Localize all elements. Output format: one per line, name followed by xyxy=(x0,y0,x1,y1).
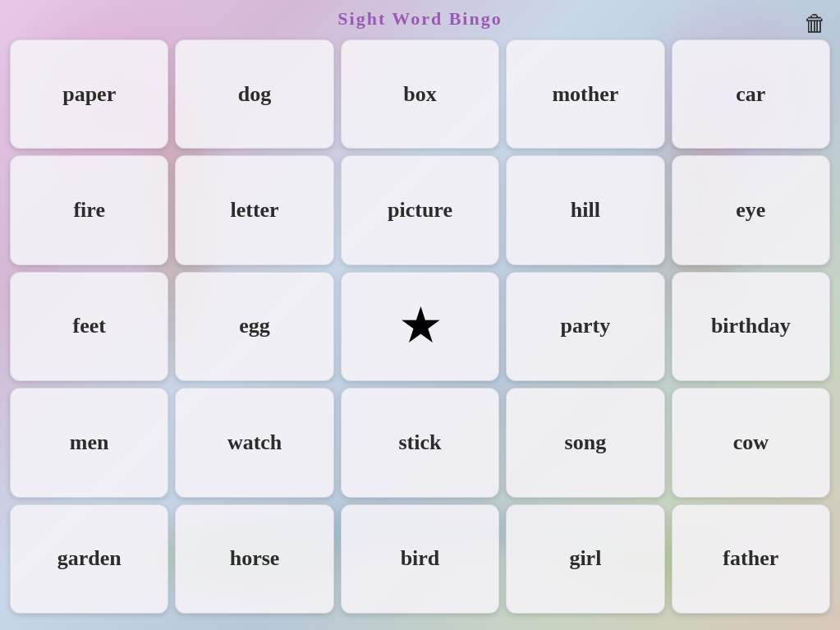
bingo-card-r1c1[interactable]: letter xyxy=(175,155,333,264)
bingo-card-r3c3[interactable]: song xyxy=(506,388,664,497)
bingo-card-r1c0[interactable]: fire xyxy=(10,155,168,264)
bingo-card-r1c2[interactable]: picture xyxy=(341,155,499,264)
bingo-card-r4c4[interactable]: father xyxy=(672,504,830,614)
bingo-card-r3c4[interactable]: cow xyxy=(672,388,830,497)
bingo-card-r4c1[interactable]: horse xyxy=(175,504,333,614)
bingo-card-r2c3[interactable]: party xyxy=(506,272,664,381)
bingo-card-r3c1[interactable]: watch xyxy=(175,388,333,497)
bingo-card-r4c0[interactable]: garden xyxy=(10,504,168,614)
bingo-card-r2c1[interactable]: egg xyxy=(175,272,333,381)
bingo-card-r1c4[interactable]: eye xyxy=(672,155,830,264)
app-title: Sight Word Bingo xyxy=(337,8,502,29)
app-header: Sight Word Bingo xyxy=(0,0,840,34)
bingo-card-r2c4[interactable]: birthday xyxy=(672,272,830,381)
bingo-card-r4c3[interactable]: girl xyxy=(506,504,664,614)
bingo-card-r0c3[interactable]: mother xyxy=(506,39,664,149)
bingo-card-r4c2[interactable]: bird xyxy=(341,504,499,614)
bingo-card-r1c3[interactable]: hill xyxy=(506,155,664,264)
trash-button[interactable]: 🗑 xyxy=(804,10,827,37)
bingo-card-r3c0[interactable]: men xyxy=(10,388,168,497)
bingo-card-r0c4[interactable]: car xyxy=(672,39,830,149)
bingo-card-r3c2[interactable]: stick xyxy=(341,388,499,497)
bingo-grid: paperdogboxmothercarfireletterpicturehil… xyxy=(0,34,840,623)
bingo-card-r2c0[interactable]: feet xyxy=(10,272,168,381)
bingo-card-r0c1[interactable]: dog xyxy=(175,39,333,149)
bingo-card-r0c0[interactable]: paper xyxy=(10,39,168,149)
bingo-card-r2c2[interactable]: ★ xyxy=(341,272,499,381)
bingo-card-r0c2[interactable]: box xyxy=(341,39,499,149)
